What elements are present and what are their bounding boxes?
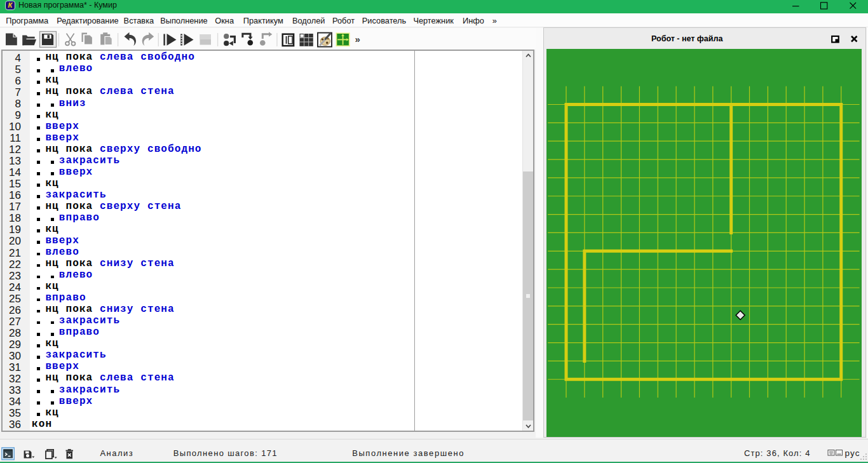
svg-text:»: »	[355, 34, 360, 44]
